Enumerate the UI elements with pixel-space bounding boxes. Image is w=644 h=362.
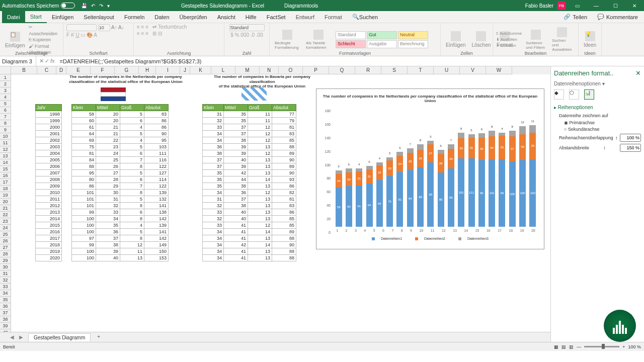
tab-einfuegen[interactable]: Einfügen [47, 11, 78, 23]
series-options-section[interactable]: ▸ Reihenoptionen [554, 105, 641, 110]
data-table-2: KleinMittelGroßAbsolut313511773235117933… [202, 104, 296, 261]
table1-title: The number of companies in the Netherlan… [46, 74, 205, 84]
redo-icon[interactable]: ↷ [99, 3, 103, 9]
view-pagebreak-icon[interactable]: ▥ [569, 344, 574, 349]
view-pagelayout-icon[interactable]: ▤ [561, 344, 566, 349]
tab-ansicht[interactable]: Ansicht [212, 11, 240, 23]
search-box[interactable]: 🔍 Suchen [347, 11, 383, 23]
conditional-format-button: Bedingte Formatierung [273, 29, 302, 51]
tab-format[interactable]: Format [319, 11, 347, 23]
share-button[interactable]: 🔗 Teilen [559, 14, 591, 20]
fontsize-select [98, 24, 110, 31]
svg-rect-2 [619, 321, 621, 334]
watermark-logo-icon [604, 310, 636, 342]
zoom-level[interactable]: 100 % [628, 344, 641, 349]
data-table-1: JahrKleinMittelGroßAbsolut19985820583199… [35, 104, 169, 261]
delete-cells-button[interactable]: Löschen [469, 30, 493, 49]
user-avatar-icon[interactable]: FB [557, 2, 566, 10]
format-pane: Datenreihen format..✕ Datenreihenoptione… [550, 66, 644, 342]
tab-start[interactable]: Start [25, 11, 47, 23]
column-headers[interactable]: BCDEFGHIJKLMNOPQRSTUVW [0, 66, 550, 74]
tab-file[interactable]: Datei [2, 11, 25, 23]
tab-ueberpruefen[interactable]: Überprüfen [175, 11, 212, 23]
ribbon: 📋Einfügen ✂ Ausschneiden ⎘ Kopieren 🖌 Fo… [0, 23, 644, 56]
table-format-button: Als Tabelle formatieren [304, 29, 333, 51]
series-options-tab-icon[interactable]: 📊 [584, 89, 594, 100]
zoom-in-icon[interactable]: + [622, 344, 625, 349]
comments-button[interactable]: 💬 Kommentare [593, 14, 642, 20]
svg-rect-1 [616, 325, 618, 334]
bavaria-flag-icon [242, 87, 267, 101]
autosave-toggle[interactable]: Automatisches Speichern [2, 3, 75, 9]
sheet-nav-next-icon[interactable]: ▶ [19, 334, 23, 340]
menu-bar: Datei Start Einfügen Seitenlayout Formel… [0, 11, 644, 23]
ribbon-options-icon[interactable]: ▭ [570, 0, 585, 11]
chart-y-axis: 020406080100120140160180 [319, 105, 332, 236]
tab-hilfe[interactable]: Hilfe [240, 11, 262, 23]
font-select [66, 24, 97, 31]
fx-icon[interactable]: fx [50, 58, 55, 64]
save-icon[interactable]: 💾 [81, 3, 87, 9]
formula-bar: Diagramm 3 ✕✓fx =DATENREIHE(;;'Gestapelt… [0, 56, 644, 66]
effects-tab-icon[interactable]: ⬠ [569, 89, 579, 100]
insert-cells-button[interactable]: Einfügen [444, 30, 467, 49]
minimize-icon[interactable]: — [589, 0, 604, 11]
close-icon[interactable]: ✕ [627, 0, 642, 11]
chart-x-axis: 1234567891011121314151617181920 [333, 229, 539, 236]
qat-more-icon[interactable]: ▾ [107, 3, 110, 9]
svg-rect-3 [622, 325, 624, 334]
sheet-nav-prev-icon[interactable]: ◀ [10, 334, 14, 340]
netherlands-flag-icon [101, 87, 126, 101]
zoom-out-icon[interactable]: — [577, 344, 581, 349]
undo-icon[interactable]: ↶ [91, 3, 95, 9]
find-select-button[interactable]: Suchen und Auswählen [550, 26, 574, 53]
sort-filter-button[interactable]: Sortieren und Filtern [524, 29, 548, 51]
cancel-formula-icon[interactable]: ✕ [39, 58, 44, 64]
maximize-icon[interactable]: ☐ [608, 0, 623, 11]
status-bar: Bereit ▦ ▤ ▥ — + 100 % [0, 342, 644, 351]
chevron-down-icon[interactable]: ▾ [602, 81, 605, 86]
zoom-slider[interactable] [584, 346, 619, 347]
name-box[interactable]: Diagramm 3 [0, 56, 36, 66]
tab-entwurf[interactable]: Entwurf [291, 11, 319, 23]
accept-formula-icon[interactable]: ✓ [45, 58, 49, 64]
tab-daten[interactable]: Daten [149, 11, 174, 23]
copy-button[interactable]: ⎘ Kopieren [29, 37, 60, 43]
gap-input[interactable] [620, 144, 641, 152]
primary-axis-radio[interactable]: ◉ Primärachse [564, 120, 641, 125]
user-name[interactable]: Fabio Basler [525, 3, 553, 9]
ideas-button[interactable]: 💡Ideen [582, 30, 598, 49]
fill-line-tab-icon[interactable]: ◆ [554, 89, 564, 100]
chart-title: The number of companies in the Netherlan… [316, 89, 544, 105]
overlap-input[interactable] [620, 134, 641, 142]
row-headers[interactable]: 1234567891011121314151617181920212223242… [0, 74, 11, 332]
tab-factset[interactable]: FactSet [262, 11, 291, 23]
secondary-axis-radio[interactable]: ○ Sekundärachse [564, 127, 641, 132]
paste-button[interactable]: 📋Einfügen [3, 31, 27, 49]
view-normal-icon[interactable]: ▦ [554, 344, 558, 349]
sheet-tab-active[interactable]: Gestapeltes Diagramm [28, 333, 91, 341]
cut-button[interactable]: ✂ Ausschneiden [29, 24, 60, 37]
tab-formeln[interactable]: Formeln [119, 11, 149, 23]
chart-legend[interactable]: Datenreihen1 Datenreihen2 Datenreihen3 [316, 236, 544, 241]
pane-close-icon[interactable]: ✕ [635, 69, 641, 77]
chart-bars[interactable]: 5820560206612146421569224752358124684257… [333, 105, 539, 227]
tab-seitenlayout[interactable]: Seitenlayout [78, 11, 119, 23]
status-text: Bereit [3, 344, 15, 349]
worksheet-cells[interactable]: The number of companies in the Netherlan… [11, 74, 550, 332]
number-format [229, 24, 265, 31]
formula-input[interactable]: =DATENREIHE(;;'Gestapeltes Diagramm'!$G$… [58, 58, 644, 64]
svg-rect-4 [625, 328, 627, 334]
table2-title: The number of companies in Bavaria per c… [209, 74, 315, 89]
chart-object[interactable]: The number of companies in the Netherlan… [316, 88, 544, 249]
title-bar: Automatisches Speichern 💾 ↶ ↷ ▾ Gestapel… [0, 0, 644, 11]
pane-title: Datenreihen format.. [554, 69, 614, 77]
select-all-corner[interactable] [0, 66, 11, 74]
sheet-tabs: ◀ ▶ Gestapeltes Diagramm + [0, 332, 550, 342]
add-sheet-button[interactable]: + [95, 333, 103, 341]
svg-rect-0 [613, 328, 615, 334]
